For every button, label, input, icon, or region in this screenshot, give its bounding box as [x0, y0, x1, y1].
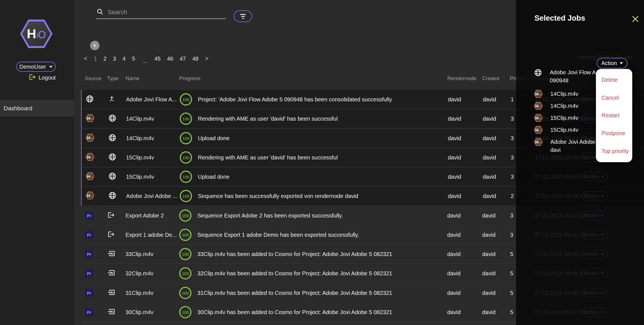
job-message: 33Clip.m4v has been added to Cosmo for P… — [197, 251, 392, 257]
search-field — [96, 6, 226, 19]
menu-item-cancel[interactable]: Cancel — [596, 89, 632, 107]
selected-job-name: 15Clip.m4v — [550, 114, 578, 123]
search-input[interactable] — [107, 8, 226, 16]
list-item[interactable]: Hco14Clip.m4v — [534, 90, 578, 99]
hco-icon: Hco — [86, 114, 94, 123]
job-rendernode: david — [447, 270, 461, 277]
job-creator: david — [483, 193, 496, 199]
menu-item-postpone[interactable]: Postpone — [596, 125, 632, 142]
page-next-button[interactable]: > — [205, 55, 209, 62]
input-icon: A — [108, 308, 115, 316]
page-button-3[interactable]: 3 — [113, 56, 116, 62]
close-icon[interactable] — [631, 15, 640, 23]
globe-icon — [108, 153, 117, 162]
list-item[interactable]: HcoAdobe Jovi Adobe davi — [534, 138, 596, 154]
job-priority: 5 — [510, 270, 513, 277]
hco-icon: Hco — [86, 172, 94, 181]
page-button-1[interactable]: 1 — [94, 56, 97, 62]
job-message: Rendering with AME as user 'david' has b… — [198, 154, 338, 161]
progress-ring: 100 — [180, 132, 192, 144]
page-button-48[interactable]: 48 — [192, 56, 198, 62]
job-message: Sequence Export 1 adobe Demo has been ex… — [197, 232, 359, 238]
job-name: 30Clip.m4v — [126, 309, 153, 316]
column-header-creator: Creator — [482, 75, 500, 82]
column-header-rendernode: Rendernode — [447, 75, 477, 82]
job-priority: 5 — [510, 251, 513, 257]
chevron-down-icon — [620, 62, 623, 64]
page-button-2[interactable]: 2 — [103, 56, 106, 62]
user-dropdown-label: DemoUser — [19, 64, 46, 70]
column-header-progress: Progress — [179, 75, 200, 82]
list-item[interactable]: Hco15Clip.m4v — [534, 126, 578, 135]
page-button-4[interactable]: 4 — [122, 56, 126, 62]
job-priority: 5 — [510, 290, 513, 296]
export-icon — [108, 211, 115, 220]
input-icon: A — [108, 289, 115, 297]
job-creator: david — [482, 309, 496, 316]
job-creator: david — [482, 251, 496, 257]
job-priority: 3 — [511, 135, 514, 142]
job-name: 14Clip.m4v — [126, 116, 154, 122]
menu-item-restart[interactable]: Restart — [596, 107, 632, 125]
premiere-icon: Pr — [85, 250, 93, 258]
job-name: 32Clip.m4v — [126, 270, 153, 277]
column-header-name: Name — [126, 75, 140, 82]
merge-icon — [108, 95, 115, 104]
job-rendernode: david — [448, 154, 461, 161]
logo-letter-h: H — [27, 27, 36, 40]
menu-item-delete[interactable]: Delete — [596, 71, 632, 89]
job-name: 14Clip.m4v — [126, 135, 154, 142]
panel-action-button[interactable]: Action — [597, 58, 628, 68]
svg-text:A: A — [112, 291, 114, 294]
job-name: 33Clip.m4v — [126, 251, 153, 257]
user-dropdown-button[interactable]: DemoUser — [16, 62, 56, 72]
premiere-icon: Pr — [85, 231, 93, 239]
page-button-5[interactable]: 5 — [132, 56, 135, 62]
list-item[interactable]: Hco14Clip.m4v — [534, 102, 578, 111]
hco-icon: Hco — [86, 153, 94, 162]
logout-button[interactable]: Logout — [29, 73, 56, 82]
list-item[interactable]: Hco15Clip.m4v — [534, 114, 578, 123]
job-rendernode: david — [448, 96, 461, 103]
job-name: Export Adobe 2 — [126, 212, 164, 219]
globe-icon — [108, 191, 117, 201]
job-name: Adobe Jovi Adobe ... — [126, 193, 177, 199]
job-name: Adobe Jovi Flow A... — [126, 96, 177, 103]
filter-button[interactable] — [234, 10, 252, 22]
chevron-down-icon — [49, 66, 53, 68]
page-button-46[interactable]: 46 — [167, 56, 173, 62]
premiere-icon: Pr — [85, 211, 93, 220]
filter-icon — [240, 14, 246, 15]
sidebar-item-dashboard[interactable]: Dashboard — [0, 100, 74, 116]
menu-item-top-priority[interactable]: Top priority — [596, 142, 632, 160]
hco-icon: Hco — [534, 102, 543, 111]
globe-icon — [108, 172, 117, 181]
premiere-icon: Pr — [85, 308, 93, 316]
pagination-ellipsis: ... — [142, 58, 147, 64]
progress-ring: 100 — [179, 229, 191, 241]
job-priority: 3 — [511, 154, 514, 161]
page-button-45[interactable]: 45 — [154, 56, 160, 62]
progress-ring: 100 — [179, 209, 191, 222]
selected-job-name: Adobe Jovi Flow A 090948 — [550, 68, 596, 85]
job-message: Sequence Export Adobe 2 has been exporte… — [197, 212, 343, 219]
job-rendernode: david — [448, 116, 461, 122]
page-prev-button[interactable]: < — [84, 55, 87, 62]
globe-icon — [108, 133, 117, 143]
add-job-button[interactable]: + — [90, 41, 100, 50]
job-priority: 3 — [511, 116, 514, 122]
job-creator: david — [483, 96, 496, 103]
logout-label: Logout — [39, 75, 56, 81]
job-creator: david — [483, 154, 496, 161]
job-priority: 3 — [511, 174, 514, 180]
globe-icon — [86, 95, 94, 104]
list-item[interactable]: Adobe Jovi Flow A 090948 — [534, 68, 596, 85]
progress-ring: 100 — [179, 248, 191, 260]
selected-job-name: 14Clip.m4v — [550, 102, 578, 111]
page-button-47[interactable]: 47 — [180, 56, 186, 62]
export-icon — [108, 231, 115, 239]
job-rendernode: david — [448, 174, 461, 180]
hco-icon: Hco — [534, 138, 543, 154]
job-message: Rendering with AME as user 'david' has b… — [198, 116, 338, 122]
job-rendernode: david — [447, 251, 461, 257]
